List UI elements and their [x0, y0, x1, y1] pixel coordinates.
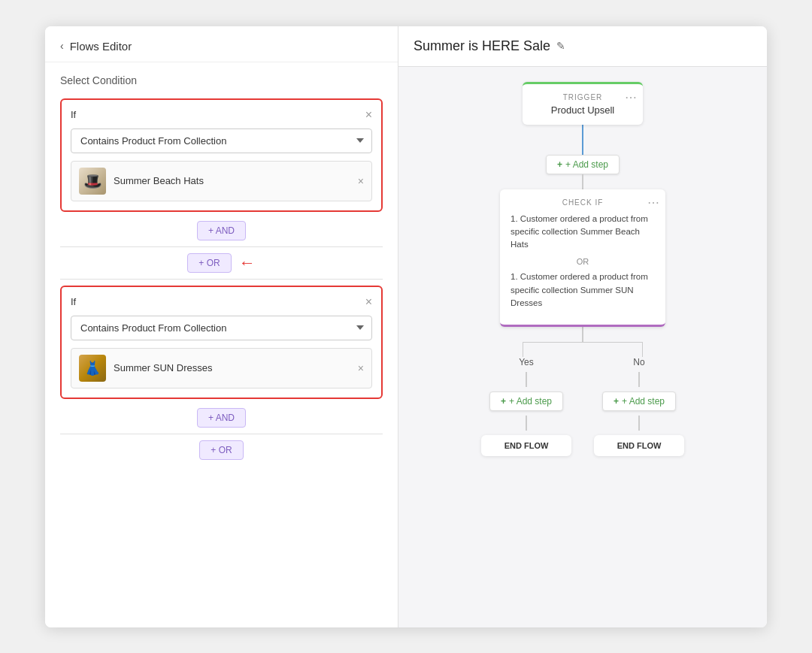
plus-icon-no: + — [614, 396, 619, 407]
check-or-divider: OR — [511, 257, 655, 266]
add-step-no[interactable]: + + Add step — [602, 391, 676, 411]
and-btn-row-1: + AND — [60, 221, 383, 240]
edit-icon[interactable]: ✎ — [556, 40, 565, 52]
condition-header-1: If × — [71, 109, 372, 121]
check-if-node-menu[interactable]: ⋯ — [647, 195, 659, 210]
panel-body: Select Condition If × Contains Product F… — [45, 62, 398, 627]
select-condition-label: Select Condition — [60, 74, 383, 86]
collection-item-close-2[interactable]: × — [358, 362, 364, 374]
collection-item-left-2: Summer SUN Dresses — [79, 355, 212, 382]
end-flow-yes: END FLOW — [481, 435, 571, 456]
branch-v-right — [642, 342, 643, 357]
no-label: No — [633, 357, 644, 367]
divider-2 — [60, 279, 383, 280]
condition-block-2: If × Contains Product From Collection Su… — [60, 286, 383, 399]
collection-name-1: Summer Beach Hats — [114, 175, 204, 186]
plus-icon-yes: + — [501, 396, 506, 407]
condition-select-1[interactable]: Contains Product From Collection — [71, 128, 372, 153]
collection-item-1: Summer Beach Hats × — [71, 161, 372, 201]
or-row-2: + OR — [60, 440, 383, 460]
no-branch: No + + Add step END FLOW — [594, 357, 684, 456]
flow-header: Summer is HERE Sale ✎ — [398, 26, 767, 67]
check-if-node: CHECK IF ⋯ 1. Customer ordered a product… — [500, 189, 665, 328]
and-button-2[interactable]: + AND — [197, 408, 246, 428]
branch-v-left — [523, 342, 523, 357]
collection-item-close-1[interactable]: × — [358, 175, 364, 187]
condition-if-label-1: If — [71, 109, 76, 120]
trigger-content: Product Upsell — [535, 104, 631, 116]
yes-label: Yes — [519, 357, 534, 367]
connector-mid — [582, 174, 583, 189]
or-row-1: + OR ← — [60, 253, 383, 273]
add-step-label-no: + Add step — [622, 396, 665, 407]
no-connector2 — [638, 416, 640, 431]
panel-title: Flows Editor — [70, 40, 132, 53]
condition-block-1: If × Contains Product From Collection Su… — [60, 98, 383, 212]
check-if-label: CHECK IF — [511, 198, 655, 207]
end-flow-no: END FLOW — [594, 435, 684, 456]
collection-item-2: Summer SUN Dresses × — [71, 348, 372, 388]
collection-thumb-hat — [79, 168, 106, 195]
plus-icon-top: + — [557, 159, 562, 170]
condition-select-2[interactable]: Contains Product From Collection — [71, 316, 372, 340]
flow-canvas: TRIGGER Product Upsell ⋯ + + Add step CH… — [398, 67, 767, 627]
and-btn-row-2: + AND — [60, 408, 383, 428]
trigger-node: TRIGGER Product Upsell ⋯ — [523, 82, 643, 125]
right-panel: Summer is HERE Sale ✎ TRIGGER Product Up… — [398, 26, 767, 627]
check-condition-1: 1. Customer ordered a product from speci… — [511, 213, 655, 252]
check-condition-2: 1. Customer ordered a product from speci… — [511, 271, 655, 310]
left-panel: ‹ Flows Editor Select Condition If × Con… — [45, 26, 398, 627]
arrow-indicator-icon: ← — [239, 253, 256, 273]
divider-3 — [60, 434, 383, 434]
condition-header-2: If × — [71, 296, 372, 308]
branches-row: Yes + + Add step END FLOW No + + Add st — [481, 357, 684, 456]
add-step-label-top: + Add step — [565, 159, 608, 170]
collection-thumb-dress — [79, 355, 106, 382]
trigger-label: TRIGGER — [535, 93, 631, 101]
or-button-2[interactable]: + OR — [199, 440, 243, 460]
add-step-button-top[interactable]: + + Add step — [546, 155, 620, 174]
no-connector — [638, 372, 640, 387]
yes-connector2 — [526, 416, 527, 431]
yes-connector — [526, 372, 527, 387]
condition-if-label-2: If — [71, 296, 76, 307]
condition-close-button-1[interactable]: × — [365, 109, 372, 121]
branch-h-line — [523, 342, 643, 343]
trigger-node-menu[interactable]: ⋯ — [625, 90, 637, 104]
panel-header: ‹ Flows Editor — [45, 26, 398, 62]
connector-after-check — [582, 327, 583, 342]
condition-close-button-2[interactable]: × — [365, 296, 372, 308]
collection-item-left-1: Summer Beach Hats — [79, 168, 204, 195]
yes-branch: Yes + + Add step END FLOW — [481, 357, 571, 456]
branch-connector-area — [477, 342, 688, 357]
collection-name-2: Summer SUN Dresses — [114, 362, 212, 373]
flow-title: Summer is HERE Sale — [414, 38, 550, 54]
add-step-label-yes: + Add step — [509, 396, 552, 407]
connector-trigger — [582, 125, 583, 140]
connector-trigger2 — [582, 140, 583, 155]
back-arrow-icon[interactable]: ‹ — [60, 40, 64, 52]
or-button-1[interactable]: + OR — [187, 253, 231, 273]
divider-1 — [60, 246, 383, 247]
and-button-1[interactable]: + AND — [197, 221, 246, 240]
add-step-yes[interactable]: + + Add step — [489, 391, 563, 411]
